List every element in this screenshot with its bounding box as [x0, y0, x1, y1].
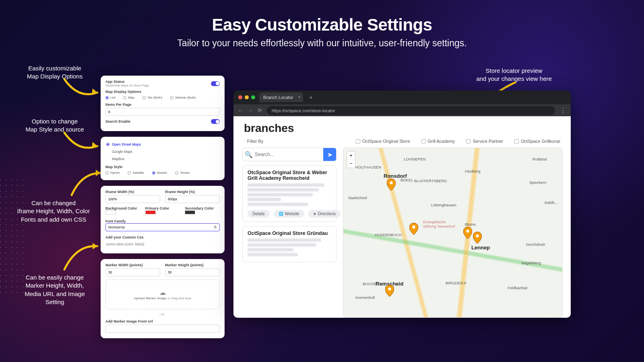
nav-forward-icon[interactable]: →	[248, 107, 253, 113]
directions-button[interactable]: ➤Directions	[308, 210, 341, 218]
marker-width-input[interactable]	[105, 268, 160, 276]
address-bar[interactable]: https://octspace.com/store-locator	[267, 106, 555, 115]
card-map-source: Open Street Maps Google Maps MapBox Map …	[101, 137, 225, 180]
store-card[interactable]: OtcSpace Original Store & Weber Grill Ac…	[242, 165, 336, 222]
iframe-height-input[interactable]	[165, 195, 220, 203]
close-tab-icon[interactable]: ×	[298, 95, 301, 99]
store-title: OctSpace Original Store Gründau	[248, 230, 331, 236]
details-button[interactable]: Details	[248, 210, 270, 218]
radio-tab[interactable]: Tab (Both)	[142, 96, 162, 99]
radio-terrain[interactable]: Terrain	[175, 171, 190, 175]
map-pin-icon[interactable]	[463, 227, 472, 239]
svg-marker-1	[92, 142, 97, 148]
map-pin-icon[interactable]	[409, 223, 418, 235]
search-enable-toggle[interactable]	[211, 119, 220, 124]
annotation-map-style: Option to change Map Style and source	[14, 117, 95, 134]
display-options-label: Map Display Options	[105, 90, 220, 94]
svg-point-7	[466, 230, 469, 232]
font-family-label: Font Family	[105, 219, 220, 223]
card-display-options: App Status Show/Hide Maps On Store Page …	[101, 76, 225, 131]
chevron-updown-icon: ⇅	[214, 225, 217, 229]
upload-dropzone[interactable]: ☁ Upload Marker Image or drag and drop	[105, 280, 220, 309]
website-button[interactable]: 🌐Website	[274, 210, 304, 218]
marker-height-input[interactable]	[165, 268, 220, 276]
marker-height-label: Marker Height (points)	[165, 263, 220, 267]
radio-satellite[interactable]: Satellite	[128, 171, 144, 175]
store-card[interactable]: OctSpace Original Store Gründau	[242, 226, 336, 262]
svg-point-9	[388, 288, 391, 290]
or-divider: Or	[105, 313, 220, 316]
search-icon: 🔍	[243, 151, 255, 158]
marker-width-label: Marker Width (points)	[105, 263, 160, 267]
search-go-button[interactable]: ➤	[323, 148, 336, 161]
navigate-icon: ➤	[313, 212, 316, 216]
map-pin-icon[interactable]	[385, 285, 394, 297]
svg-marker-0	[92, 88, 97, 95]
items-per-page-input[interactable]	[105, 108, 220, 116]
secondary-color-label: Secondary Color	[185, 206, 220, 210]
card-marker: Marker Width (points) Marker Height (poi…	[101, 259, 225, 338]
radio-streets[interactable]: Streets	[152, 171, 167, 175]
new-tab-button[interactable]: +	[307, 94, 315, 101]
filter-service-partner[interactable]: Service Partner	[466, 139, 503, 144]
store-title: OtcSpace Original Store & Weber Grill Ac…	[248, 170, 331, 181]
map-pin-icon[interactable]	[387, 179, 396, 191]
radio-hybrid[interactable]: Hybrid	[105, 171, 120, 175]
app-status-label: App Status	[105, 80, 149, 84]
bg-color-label: Background Color	[105, 206, 140, 210]
primary-color-swatch[interactable]	[145, 210, 156, 214]
filter-grill-academy[interactable]: Grill Academy	[421, 139, 455, 144]
search-enable-label: Search Enable	[105, 119, 130, 123]
svg-marker-2	[96, 170, 101, 176]
source-mapbox[interactable]: MapBox	[105, 155, 220, 162]
radio-list[interactable]: List	[105, 96, 115, 99]
custom-css-label: Add your Custom Css	[105, 235, 220, 239]
iframe-height-label: Iframe Height (%)	[165, 190, 220, 194]
annotation-display-options: Easily customizable Map Display Options	[14, 64, 95, 81]
map-canvas[interactable]: + − Ronsdorf Lennep Remscheid LOHSIEPEN …	[343, 148, 563, 318]
app-status-toggle[interactable]	[211, 81, 220, 86]
svg-point-6	[412, 226, 415, 228]
items-per-page-label: Items Per Page	[105, 103, 220, 107]
filter-by-label: Filter By	[247, 139, 263, 144]
nav-back-icon[interactable]: ←	[237, 107, 243, 113]
annotation-iframe-css: Can be changed Iframe Height, Width, Col…	[8, 199, 99, 224]
svg-marker-3	[93, 243, 97, 249]
svg-point-8	[476, 234, 479, 237]
custom-css-input[interactable]	[105, 241, 220, 248]
app-status-sub: Show/Hide Maps On Store Page	[105, 84, 149, 87]
map-style-label: Map Style	[105, 165, 220, 169]
cloud-upload-icon: ☁	[109, 289, 216, 296]
hero-subtitle: Tailor to your needs effortlessly with o…	[0, 38, 644, 49]
iframe-width-input[interactable]	[105, 195, 160, 203]
card-iframe-style: Iframe Width (%) Iframe Height (%) Backg…	[101, 186, 225, 253]
marker-url-input[interactable]	[105, 325, 220, 333]
globe-icon: 🌐	[279, 212, 283, 216]
arrow-icon	[60, 77, 105, 101]
map-pin-icon[interactable]	[473, 232, 482, 244]
annotation-preview: Store locator preview and your changes v…	[472, 67, 556, 83]
source-google[interactable]: Google Maps	[105, 148, 220, 155]
page-title: branches	[233, 116, 571, 139]
zoom-in-button[interactable]: +	[347, 152, 355, 160]
font-family-select[interactable]: Montserrat⇅	[105, 223, 220, 231]
iframe-width-label: Iframe Width (%)	[105, 190, 160, 194]
hero-title: Easy Customizable Settings	[0, 15, 644, 35]
secondary-color-swatch[interactable]	[185, 210, 195, 214]
search-input[interactable]	[255, 152, 323, 157]
source-osm[interactable]: Open Street Maps	[105, 141, 220, 148]
annotation-marker: Can be easily change Marker Height, Widt…	[14, 274, 95, 306]
bg-color-swatch[interactable]	[105, 210, 116, 214]
search-field: 🔍 ➤	[242, 148, 336, 161]
browser-preview: Branch Locator× + ← → ⟳ https://octspace…	[233, 90, 571, 318]
window-controls[interactable]	[238, 95, 255, 99]
nav-reload-icon[interactable]: ⟳	[258, 107, 262, 113]
browser-tab[interactable]: Branch Locator×	[259, 93, 303, 102]
filter-grillkurse[interactable]: OctSpace Grillkurse	[514, 139, 560, 144]
browser-menu-icon[interactable]: ⋮	[560, 107, 567, 114]
svg-point-5	[390, 181, 392, 184]
zoom-out-button[interactable]: −	[347, 160, 355, 168]
radio-map[interactable]: Map	[123, 96, 134, 99]
filter-original-store[interactable]: OctSpace Original Store	[356, 139, 410, 144]
radio-sidebar[interactable]: Sidebar (Both)	[170, 96, 196, 99]
